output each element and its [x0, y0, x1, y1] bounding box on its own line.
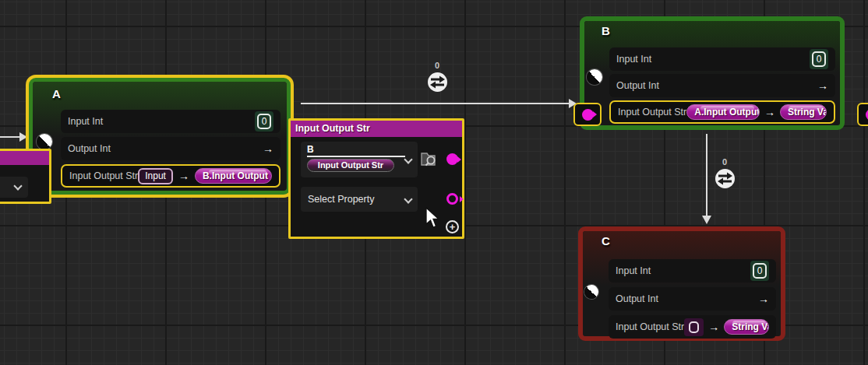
node-b-input-pin[interactable] — [573, 103, 602, 126]
target-binding-combo[interactable]: B Input Output Str — [301, 142, 418, 177]
pin-row-input-output-str[interactable]: Input Output Str → String Var — [609, 315, 776, 339]
node-c-title: C — [602, 234, 799, 247]
input-binding-pill[interactable]: Input — [138, 168, 173, 184]
pin-row-output-int[interactable]: Output Int → — [609, 287, 776, 311]
int-value: 0 — [753, 263, 767, 279]
node-b-output-pin[interactable] — [857, 103, 868, 126]
string-pin-outline-icon[interactable] — [446, 193, 458, 205]
pin-row-input-output-str[interactable]: Input Output Str A.Input Output Str → St… — [609, 100, 835, 124]
data-count-label: 0 — [709, 157, 740, 167]
reroute-node-1[interactable]: 0 — [422, 61, 453, 93]
contrast-icon — [587, 69, 602, 85]
output-binding-pill[interactable]: String Var — [780, 104, 827, 120]
contrast-icon — [37, 134, 52, 149]
output-arrow-icon: → — [758, 293, 769, 305]
int-value: 0 — [257, 114, 271, 129]
node-a-title: A — [52, 87, 306, 100]
add-pin-icon[interactable]: + — [446, 220, 459, 233]
string-pin-icon[interactable] — [582, 109, 594, 121]
input-binding-pill[interactable]: A.Input Output Str — [686, 104, 760, 120]
chevron-down-icon[interactable] — [404, 155, 412, 163]
node-c[interactable]: C Input Int 0 Output Int → Input Output … — [578, 226, 785, 341]
output-arrow-icon: → — [817, 79, 828, 92]
node-b[interactable]: B Input Int 0 Output Int → Input Output … — [580, 16, 845, 130]
pin-label: Output Int — [616, 80, 659, 91]
pin-row-input-int[interactable]: Input Int 0 — [61, 110, 281, 133]
graph-canvas[interactable]: A Input Int 0 Output Int → Input Output … — [0, 0, 868, 365]
binding-arrow-icon: → — [764, 106, 775, 118]
reroute-node-2[interactable]: 0 — [709, 157, 740, 189]
select-property-dropdown[interactable]: Select Property — [301, 187, 418, 212]
binding-arrow-icon: → — [178, 170, 189, 182]
node-a[interactable]: A Input Int 0 Output Int → Input Output … — [29, 78, 291, 195]
contrast-icon — [584, 285, 598, 299]
pin-label: Output Int — [68, 143, 111, 154]
wire-arrowhead — [702, 216, 711, 224]
int-value-box[interactable]: 0 — [255, 111, 273, 132]
node-c-rows: Input Int 0 Output Int → Input Output St… — [609, 259, 776, 339]
pin-label: Input Int — [68, 116, 103, 127]
chevron-down-icon[interactable] — [404, 195, 412, 203]
node-b-title: B — [602, 24, 857, 37]
pin-label: Input Output Str — [616, 321, 684, 332]
output-arrow-icon: → — [263, 142, 273, 155]
swap-arrows-icon[interactable] — [427, 72, 448, 93]
pin-row-output-int[interactable]: Output Int → — [61, 137, 281, 160]
pin-row-input-output-str[interactable]: Input Output Str Input → B.Input Output … — [61, 164, 281, 188]
wire-arrowhead — [19, 132, 27, 142]
pin-label: Input Output Str — [69, 170, 138, 181]
int-value: 0 — [812, 51, 826, 67]
chevron-down-icon[interactable] — [13, 181, 22, 190]
empty-binding-inner — [689, 321, 699, 333]
node-b-rows: Input Int 0 Output Int → Input Output St… — [609, 47, 835, 124]
target-name: B — [307, 144, 411, 155]
property-access-panel-partial[interactable] — [0, 149, 51, 204]
pin-label: Input Output Str — [618, 107, 686, 118]
pin-label: Input Int — [616, 54, 651, 65]
mouse-cursor — [425, 207, 442, 230]
pin-row-output-int[interactable]: Output Int → — [609, 74, 835, 97]
data-count-label: 0 — [422, 61, 453, 70]
int-value-box[interactable]: 0 — [750, 261, 769, 281]
panel-header[interactable]: Input Output Str — [291, 121, 462, 137]
binding-arrow-icon: → — [708, 321, 719, 333]
select-property-label: Select Property — [308, 194, 374, 205]
output-binding-pill[interactable]: B.Input Output Str — [195, 168, 272, 184]
int-value-box[interactable]: 0 — [810, 49, 828, 69]
browse-asset-icon[interactable] — [418, 149, 439, 169]
empty-binding-box[interactable] — [684, 318, 704, 336]
panel-header[interactable] — [0, 151, 49, 165]
pin-label: Input Int — [616, 265, 651, 276]
function-binding-pill[interactable]: Input Output Str — [307, 159, 394, 172]
pin-row-input-int[interactable]: Input Int 0 — [609, 47, 835, 71]
pin-label: Output Int — [616, 293, 658, 304]
pin-row-input-int[interactable]: Input Int 0 — [609, 259, 776, 283]
string-pin-icon[interactable] — [446, 153, 458, 165]
node-a-rows: Input Int 0 Output Int → Input Output St… — [61, 110, 281, 188]
swap-arrows-icon[interactable] — [715, 168, 736, 189]
output-binding-pill[interactable]: String Var — [724, 319, 769, 335]
underline — [307, 156, 405, 157]
dropdown[interactable] — [0, 177, 28, 198]
